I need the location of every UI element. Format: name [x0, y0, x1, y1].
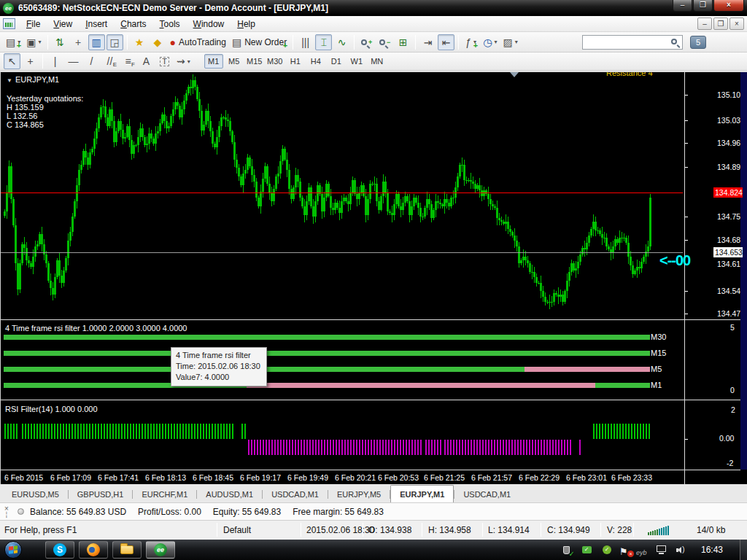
chart-tab-gbpusd-h1[interactable]: GBPUSD,H1	[69, 486, 133, 502]
timeframe-w1-button[interactable]: W1	[347, 54, 366, 69]
auto-scroll-button[interactable]: ⇥	[419, 34, 436, 50]
tile-windows-button[interactable]: ⊞	[395, 34, 411, 50]
child-window-controls: – ❐ ×	[696, 18, 744, 30]
chart-window-icon[interactable]	[3, 18, 15, 29]
child-close-button[interactable]: ×	[729, 18, 744, 30]
new-chart-button[interactable]: ▤+▾	[4, 34, 23, 50]
mtf-rsi-indicator-pane[interactable]: M30M15M5M1	[1, 322, 683, 400]
show-desktop-button[interactable]	[740, 540, 747, 560]
chart-tab-eurjpy-m5[interactable]: EURJPY,M5	[328, 486, 390, 502]
timeframe-m1-button[interactable]: M1	[204, 54, 223, 69]
timeframe-m30-button[interactable]: M30	[266, 54, 285, 69]
terminal-close-icon[interactable]: ×⁞	[1, 505, 12, 518]
window-splitter[interactable]	[1, 400, 747, 402]
chart-profiles-button[interactable]: ▣▾	[24, 34, 43, 50]
taskbar-mt4-button[interactable]: ee	[146, 541, 175, 559]
cursor-button[interactable]: ↖	[4, 53, 20, 69]
timeframe-h1-button[interactable]: H1	[286, 54, 305, 69]
search-input[interactable]	[582, 35, 683, 50]
data-window-button[interactable]: +	[70, 34, 87, 50]
templates-button[interactable]: ▨▾	[500, 34, 519, 50]
timeframe-m15-button[interactable]: M15	[245, 54, 264, 69]
chart-tab-usdcad-m1[interactable]: USDCAD,M1	[454, 486, 519, 502]
favorites-button[interactable]: ★	[131, 34, 148, 50]
window-splitter[interactable]	[1, 319, 747, 322]
svg-text:M30: M30	[651, 332, 666, 341]
taskbar-firefox-button[interactable]	[79, 541, 108, 559]
horizontal-line-button[interactable]: —	[65, 53, 82, 69]
trendline-button[interactable]: /	[83, 53, 100, 69]
close-button[interactable]: ×	[713, 0, 744, 12]
menu-item-insert[interactable]: Insert	[79, 17, 114, 31]
chart-tab-audusd-m1[interactable]: AUDUSD,M1	[197, 486, 262, 502]
text-label-button[interactable]: T	[156, 53, 173, 69]
taskbar-clock[interactable]: 16:43	[696, 540, 728, 560]
line-chart-button[interactable]: ∿	[333, 34, 350, 50]
menu-item-help[interactable]: Help	[231, 17, 262, 31]
menu-item-file[interactable]: File	[20, 17, 47, 31]
timeframe-mn-button[interactable]: MN	[368, 54, 387, 69]
start-button[interactable]	[4, 541, 22, 559]
taskbar-skype-button[interactable]: S	[45, 541, 74, 559]
timeframe-m5-button[interactable]: M5	[225, 54, 244, 69]
periods-button[interactable]: ◷▾	[481, 34, 499, 50]
highlighter-button[interactable]: ◆	[150, 34, 166, 50]
menu-item-window[interactable]: Window	[187, 17, 231, 31]
autotrading-button[interactable]: ●AutoTrading	[168, 34, 228, 50]
chart-tab-eurchf-m1[interactable]: EURCHF,M1	[133, 486, 196, 502]
terminal-strip: ×⁞ Balance: 55 649.83 USDProfit/Loss: 0.…	[0, 503, 747, 521]
menu-item-charts[interactable]: Charts	[114, 17, 152, 31]
window-controls: – ❐ ×	[672, 0, 744, 12]
taskbar-explorer-button[interactable]	[112, 541, 142, 559]
time-axis-label: 6 Feb 23:01	[566, 473, 607, 482]
menu-item-view[interactable]: View	[47, 17, 79, 31]
volume-tray-icon[interactable]: )	[676, 545, 687, 556]
zoom-in-button[interactable]: +	[358, 34, 375, 50]
tooltip-time: Time: 2015.02.06 18:30	[176, 361, 260, 372]
market-watch-button[interactable]: ⇅	[52, 34, 69, 50]
backup-tray-icon[interactable]: ✓	[581, 545, 592, 556]
notifications-badge[interactable]: 5	[690, 36, 706, 49]
navigator-button[interactable]: ▥	[88, 34, 105, 50]
timeframe-h4-button[interactable]: H4	[306, 54, 325, 69]
bar-chart-button[interactable]: |||	[297, 34, 314, 50]
crosshair-button[interactable]: +	[22, 53, 39, 69]
price-axis: 5 0 2 0.00 -2 135.106135.036134.966134.8…	[684, 72, 747, 484]
usb-tray-icon[interactable]: ✓	[560, 545, 572, 556]
eyb-tray-icon[interactable]: eyb	[636, 545, 648, 556]
restore-button[interactable]: ❐	[693, 0, 713, 12]
menu-item-tools[interactable]: Tools	[153, 17, 187, 31]
chart-tab-eurjpy-m1[interactable]: EURJPY,M1	[390, 485, 454, 502]
chart-shift-marker-icon[interactable]	[510, 72, 519, 77]
text-button[interactable]: A	[138, 53, 155, 69]
chart-tab-usdcad-m1[interactable]: USDCAD,M1	[263, 486, 328, 502]
antivirus-tray-icon[interactable]: ✓	[601, 545, 613, 556]
arrows-button[interactable]: ⇝▾	[174, 53, 193, 69]
equidistant-channel-button[interactable]: //E	[101, 53, 118, 69]
zoom-out-button[interactable]: −	[376, 34, 393, 50]
chart-plot[interactable]	[1, 72, 683, 319]
child-restore-button[interactable]: ❐	[713, 18, 728, 30]
child-minimize-button[interactable]: –	[697, 18, 712, 30]
chart-tab-eurusd-m5[interactable]: EURUSD,M5	[3, 486, 68, 502]
error-badge-icon: ×	[627, 551, 634, 557]
toolbar-separator	[458, 35, 459, 50]
network-tray-icon[interactable]	[655, 545, 667, 556]
action-center-tray-icon[interactable]: ⚑ ×	[619, 545, 631, 556]
chart-shift-button[interactable]: ⇤	[438, 34, 454, 50]
new-order-button[interactable]: ▤+New Order	[230, 34, 289, 50]
fibonacci-button[interactable]: ≡F	[120, 53, 136, 69]
terminal-button[interactable]: ◲	[107, 34, 123, 50]
candlestick-chart-button[interactable]: ⌶	[315, 34, 332, 50]
flag-icon: ⚑	[619, 546, 628, 557]
chart-window[interactable]: ▼EURJPY,M1 Yesterday quotations: H 135.1…	[0, 71, 747, 484]
indicators-button[interactable]: ƒ+▾	[462, 34, 479, 50]
price-tick-mark	[685, 95, 688, 96]
vertical-line-button[interactable]: |	[47, 53, 63, 69]
data-window-button-icon: +	[75, 37, 81, 47]
timeframe-d1-button[interactable]: D1	[327, 54, 346, 69]
minimize-button[interactable]: –	[673, 0, 692, 12]
rsi-filter-indicator-pane[interactable]	[1, 402, 683, 470]
symbol-label[interactable]: ▼EURJPY,M1	[7, 75, 59, 84]
text-button-icon: A	[143, 56, 150, 66]
